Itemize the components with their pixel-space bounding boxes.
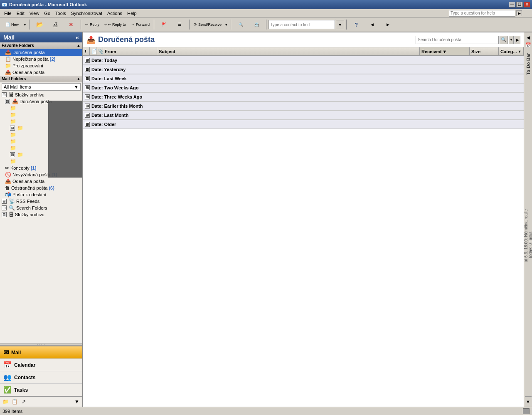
favorite-unread[interactable]: 📋 Nepřečtená pošta [2]	[0, 56, 82, 62]
last-week-expand-icon[interactable]: ⊞	[85, 76, 90, 81]
reply-button[interactable]: ↩ Reply	[83, 18, 101, 31]
archive-root[interactable]: ⊞ 🗄 Složky archivu	[0, 91, 82, 98]
minimize-button[interactable]: —	[509, 2, 515, 7]
col-received-header[interactable]: Received ▼	[420, 47, 470, 55]
yesterday-expand-icon[interactable]: ⊞	[85, 67, 90, 72]
search-expand-button[interactable]: ▼	[509, 36, 514, 44]
subfolder-4-exp-icon[interactable]: ⊞	[10, 126, 15, 131]
sent-folder[interactable]: 📤 Odeslaná pošta	[0, 178, 82, 185]
archive-expand[interactable]: ⊞	[2, 92, 7, 97]
favorite-processing[interactable]: 📁 Pro zpracování	[0, 62, 82, 69]
favorite-folders-collapse[interactable]: ▲	[76, 43, 81, 48]
favorite-sent[interactable]: 📤 Odeslaná pošta	[0, 69, 82, 76]
send-receive-button[interactable]: ⟳ Send/Receive	[192, 18, 224, 31]
subfolder-6[interactable]: 📁	[0, 138, 82, 145]
date-group-two-weeks[interactable]: ⊞ Date: Two Weeks Ago	[83, 83, 524, 92]
rss-feeds-folder[interactable]: ⊞ 📡 RSS Feeds	[0, 198, 82, 205]
search-options-button[interactable]: ▶	[515, 36, 520, 44]
menu-view[interactable]: View	[27, 10, 42, 16]
nav-more-icon-btn[interactable]: ▼	[73, 398, 81, 405]
menu-tools[interactable]: Tools	[53, 10, 69, 16]
reply-all-button[interactable]: ↩↩ Reply to	[102, 18, 128, 31]
all-mail-items-dropdown[interactable]: All Mail Items ▼	[2, 83, 81, 91]
col-subject-header[interactable]: Subject	[157, 47, 420, 55]
col-read-header[interactable]: 📄	[90, 47, 96, 55]
col-category-header[interactable]: Categ... ▼	[499, 47, 524, 55]
col-flag-header[interactable]: !	[83, 47, 90, 55]
subfolder-8-expand[interactable]: ⊞ 📁	[0, 151, 82, 158]
contact-search-dropdown[interactable]: ▼	[336, 20, 344, 29]
back-nav-button[interactable]: ◀	[365, 18, 379, 31]
todo-bar-label[interactable]: To-Do Bar	[524, 50, 532, 78]
junk-folder[interactable]: 🚫 Nevyžádaná pošta [1]	[0, 171, 82, 178]
search-folders-folder[interactable]: ⊞ 🔍 Search Folders	[0, 205, 82, 211]
menu-help[interactable]: Help	[125, 10, 139, 16]
nav-folder-icon-btn[interactable]: 📁	[2, 398, 9, 405]
sort-button[interactable]: ☰	[172, 18, 187, 31]
archive-folders-folder[interactable]: ⊞ 🗄 Složky archivu	[0, 211, 82, 218]
subfolder-9[interactable]: 📁	[0, 158, 82, 165]
date-group-last-month[interactable]: ⊞ Date: Last Month	[83, 111, 524, 120]
subfolder-1[interactable]: 📁	[0, 105, 82, 111]
help-search-input[interactable]	[449, 10, 515, 17]
date-group-three-weeks[interactable]: ⊞ Date: Three Weeks Ago	[83, 92, 524, 101]
print-button[interactable]: 🖨	[48, 18, 63, 31]
help-search-button[interactable]: ▶	[516, 10, 522, 16]
nav-expand-icon-btn[interactable]: ↗	[20, 398, 27, 405]
inbox-expand[interactable]: ⊟	[5, 99, 10, 104]
three-weeks-expand-icon[interactable]: ⊞	[85, 94, 90, 99]
close-button[interactable]: ✕	[524, 2, 530, 7]
subfolder-5[interactable]: 📁	[0, 131, 82, 138]
address-button[interactable]: 📇	[249, 18, 264, 31]
menu-synchronizovat[interactable]: Synchronizovat	[69, 10, 105, 16]
nav-calendar-button[interactable]: 📅 Calendar	[0, 359, 82, 371]
archive-folders-expand[interactable]: ⊞	[2, 212, 7, 217]
mail-folders-collapse[interactable]: ▲	[76, 77, 81, 81]
date-group-last-week[interactable]: ⊞ Date: Last Week	[83, 74, 524, 83]
earlier-month-expand-icon[interactable]: ⊞	[85, 104, 90, 109]
date-group-earlier-month[interactable]: ⊞ Date: Earlier this Month	[83, 101, 524, 111]
menu-go[interactable]: Go	[42, 10, 53, 16]
search-folders-expand[interactable]: ⊞	[2, 205, 7, 210]
older-expand-icon[interactable]: ⊞	[85, 122, 90, 127]
deleted-folder[interactable]: 🗑 Odstraněná pošta (6)	[0, 185, 82, 191]
todo-bar-calendar-icon[interactable]: 📅	[525, 42, 532, 48]
delete-button[interactable]: ✕	[64, 18, 79, 31]
rss-expand[interactable]: ⊞	[2, 199, 7, 204]
col-size-header[interactable]: Size	[470, 47, 499, 55]
subfolder-3[interactable]: 📁	[0, 118, 82, 125]
date-group-yesterday[interactable]: ⊞ Date: Yesterday	[83, 65, 524, 74]
nav-mail-button[interactable]: ✉ Mail	[0, 346, 82, 359]
subfolder-2[interactable]: 📁	[0, 111, 82, 118]
outbox-folder[interactable]: 📬 Pošta k odeslání	[0, 191, 82, 198]
send-receive-dropdown[interactable]: ▼	[224, 18, 229, 31]
subfolder-7[interactable]: 📁	[0, 145, 82, 151]
find-button[interactable]: 🔍	[233, 18, 248, 31]
menu-file[interactable]: File	[2, 10, 14, 16]
todo-bar-filter-icon[interactable]: ▼	[525, 398, 532, 405]
todo-bar-arrow-up[interactable]: ◀	[525, 34, 532, 41]
favorite-inbox[interactable]: 📥 Doručená pošta	[0, 49, 82, 56]
new-dropdown-arrow[interactable]: ▼	[22, 18, 27, 31]
contact-search-input[interactable]	[268, 20, 335, 29]
col-from-header[interactable]: From	[103, 47, 157, 55]
subfolder-8-exp-icon[interactable]: ⊞	[10, 152, 15, 157]
restore-button[interactable]: ❐	[516, 2, 523, 7]
nav-list-icon-btn[interactable]: 📋	[11, 398, 18, 405]
open-button[interactable]: 📂	[32, 18, 47, 31]
sidebar-collapse-button[interactable]: «	[76, 34, 79, 41]
today-expand-icon[interactable]: ⊞	[85, 58, 90, 63]
two-weeks-expand-icon[interactable]: ⊞	[85, 85, 90, 90]
nav-tasks-button[interactable]: ✅ Tasks	[0, 384, 82, 396]
date-group-today[interactable]: ⊞ Date: Today	[83, 56, 524, 65]
help-button[interactable]: ?	[349, 18, 364, 31]
last-month-expand-icon[interactable]: ⊞	[85, 113, 90, 118]
col-attach-header[interactable]: 📎	[96, 47, 103, 55]
forward-button[interactable]: → Forward	[129, 18, 152, 31]
flag-button[interactable]: 🚩	[156, 18, 171, 31]
menu-edit[interactable]: Edit	[14, 10, 27, 16]
menu-actions[interactable]: Actions	[105, 10, 125, 16]
forward-nav-button[interactable]: ▶	[380, 18, 395, 31]
nav-contacts-button[interactable]: 👥 Contacts	[0, 371, 82, 384]
new-button[interactable]: 📄 New	[2, 18, 22, 31]
